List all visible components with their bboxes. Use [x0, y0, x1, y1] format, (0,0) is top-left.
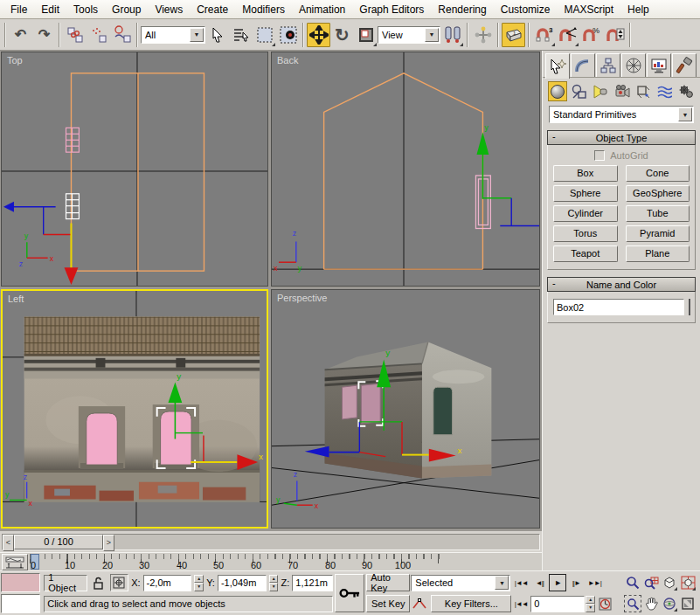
select-and-scale-icon[interactable]: [354, 23, 378, 47]
pan-view-icon[interactable]: [642, 595, 660, 612]
menu-animation[interactable]: Animation: [292, 1, 352, 18]
x-coordinate-field[interactable]: -2,0m: [143, 575, 192, 591]
time-slider-track[interactable]: < 0 / 100 >: [2, 534, 540, 550]
set-keys-button[interactable]: [335, 574, 364, 612]
play-animation-icon[interactable]: ►: [549, 574, 566, 591]
category-space-warps-icon[interactable]: [655, 81, 674, 101]
category-helpers-icon[interactable]: [634, 81, 653, 101]
category-geometry-icon[interactable]: [548, 81, 567, 101]
viewport-perspective-label[interactable]: Perspective: [277, 293, 327, 303]
selection-lock-icon[interactable]: [90, 574, 107, 591]
time-slider-handle[interactable]: 0 / 100: [14, 535, 103, 549]
zoom-all-icon[interactable]: [642, 574, 660, 591]
selection-filter-dropdown[interactable]: All ▼: [141, 26, 205, 44]
dropdown-arrow-icon[interactable]: ▼: [190, 28, 204, 42]
frame-spinner[interactable]: ▲▼: [586, 596, 595, 612]
absolute-offset-mode-icon[interactable]: [110, 574, 129, 591]
track-bar-ruler[interactable]: 0 10 20 30 40 50 60 70 80 90 100: [30, 554, 440, 570]
primitive-category-dropdown[interactable]: Standard Primitives ▼: [549, 106, 694, 123]
go-to-end-icon[interactable]: ►►|: [586, 574, 603, 591]
category-shapes-icon[interactable]: [569, 81, 588, 101]
snaps-toggle-3d-icon[interactable]: 3: [532, 23, 556, 47]
select-and-move-icon[interactable]: [307, 23, 330, 47]
tab-display-icon[interactable]: [647, 53, 671, 77]
select-and-manipulate-icon[interactable]: [471, 23, 495, 47]
go-to-start-icon[interactable]: |◄◄: [512, 574, 530, 591]
teapot-button[interactable]: Teapot: [553, 245, 618, 262]
window-left-pink[interactable]: [87, 413, 118, 465]
use-pivot-point-center-icon[interactable]: [440, 23, 464, 47]
key-filter-dropdown[interactable]: Selected ▼: [411, 575, 510, 591]
key-filters-button[interactable]: Key Filters...: [431, 595, 511, 612]
zoom-extents-all-icon[interactable]: [679, 574, 697, 591]
category-lights-icon[interactable]: [591, 81, 610, 101]
select-object-icon[interactable]: [205, 23, 229, 47]
dropdown-arrow-icon[interactable]: ▼: [678, 107, 692, 121]
dropdown-arrow-icon[interactable]: ▼: [495, 576, 509, 590]
menu-file[interactable]: File: [3, 1, 34, 18]
select-by-name-icon[interactable]: [229, 23, 253, 47]
house-3d-model[interactable]: [325, 342, 492, 479]
viewport-left-label[interactable]: Left: [8, 294, 24, 304]
arc-rotate-icon[interactable]: [661, 595, 678, 612]
previous-frame-icon[interactable]: ◄||: [530, 574, 548, 591]
rectangular-selection-region-icon[interactable]: [253, 23, 276, 47]
menu-tools[interactable]: Tools: [66, 1, 105, 18]
menu-create[interactable]: Create: [190, 1, 235, 18]
move-gizmo[interactable]: [3, 202, 78, 285]
angle-snap-toggle-icon[interactable]: [556, 23, 579, 47]
key-mode-toggle-icon[interactable]: |◄◄: [512, 595, 530, 612]
menu-group[interactable]: Group: [105, 1, 148, 18]
menu-maxscript[interactable]: MAXScript: [557, 1, 620, 18]
tab-hierarchy-icon[interactable]: [596, 53, 620, 77]
move-gizmo[interactable]: y: [476, 123, 539, 225]
y-spinner[interactable]: ▲▼: [269, 575, 279, 591]
viewport-back[interactable]: y z x y Back: [271, 52, 540, 287]
menu-graph-editors[interactable]: Graph Editors: [352, 1, 431, 18]
category-cameras-icon[interactable]: [612, 81, 631, 101]
auto-key-button[interactable]: Auto Key: [366, 574, 410, 591]
object-type-rollout-header[interactable]: - Object Type: [547, 130, 696, 145]
x-spinner[interactable]: ▲▼: [194, 575, 204, 591]
window-crossing-toggle-icon[interactable]: [276, 23, 300, 47]
select-and-link-icon[interactable]: [63, 23, 87, 47]
menu-views[interactable]: Views: [148, 1, 190, 18]
default-tangents-icon[interactable]: [411, 595, 428, 612]
macro-recorder-pane[interactable]: [1, 573, 40, 592]
tube-button[interactable]: Tube: [626, 205, 690, 222]
bind-to-space-warp-icon[interactable]: [110, 23, 134, 47]
redo-icon[interactable]: ↷: [32, 23, 56, 47]
torus-button[interactable]: Torus: [553, 225, 618, 242]
unlink-selection-icon[interactable]: [87, 23, 110, 47]
name-color-rollout-header[interactable]: - Name and Color: [547, 277, 696, 292]
menu-help[interactable]: Help: [620, 1, 656, 18]
viewport-top[interactable]: y x z Top: [1, 52, 268, 287]
cylinder-button[interactable]: Cylinder: [553, 205, 618, 222]
tab-utilities-icon[interactable]: [672, 53, 697, 77]
y-coordinate-field[interactable]: -1,049m: [218, 575, 267, 591]
mini-listener-pane[interactable]: [1, 594, 40, 613]
menu-customize[interactable]: Customize: [494, 1, 558, 18]
viewport-perspective[interactable]: x y z x y Perspective: [271, 289, 540, 529]
menu-rendering[interactable]: Rendering: [431, 1, 493, 18]
tab-create-icon[interactable]: [545, 53, 570, 79]
box-button[interactable]: Box: [553, 165, 618, 182]
previous-frame-arrow[interactable]: <: [3, 535, 14, 551]
zoom-extents-icon[interactable]: [661, 574, 678, 591]
object-color-swatch[interactable]: [689, 299, 690, 315]
geosphere-button[interactable]: GeoSphere: [626, 185, 690, 202]
plane-button[interactable]: Plane: [626, 245, 690, 262]
z-coordinate-field[interactable]: 1,121m: [292, 575, 333, 591]
current-frame-field[interactable]: 0: [530, 596, 585, 612]
pyramid-button[interactable]: Pyramid: [626, 225, 690, 242]
select-and-rotate-icon[interactable]: ↻: [330, 23, 354, 47]
tab-modify-icon[interactable]: [571, 53, 595, 77]
object-name-input[interactable]: [553, 299, 684, 315]
maximize-viewport-toggle-icon[interactable]: [679, 595, 697, 612]
viewport-top-label[interactable]: Top: [7, 55, 23, 66]
viewport-left[interactable]: y x z y x Left: [1, 289, 268, 529]
window-right-pink-selected[interactable]: [161, 411, 192, 465]
zoom-region-icon[interactable]: [624, 595, 641, 612]
zoom-icon[interactable]: [624, 574, 641, 591]
dropdown-arrow-icon[interactable]: ▼: [425, 28, 439, 42]
